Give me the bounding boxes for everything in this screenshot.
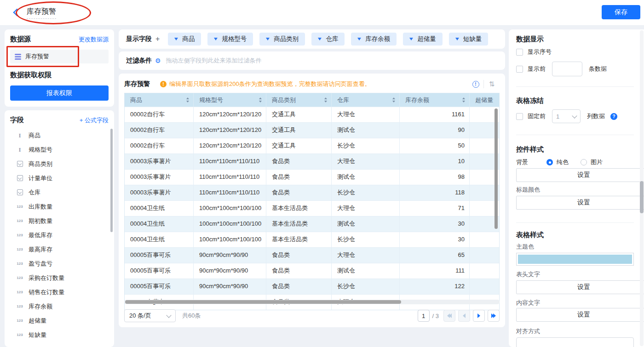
- field-item[interactable]: 123短缺量: [10, 328, 109, 342]
- preview-notice-text: 编辑界面只取数据源前200条作为查询数据预览，完整数据请访问页面查看。: [169, 80, 371, 88]
- radio-selected-icon[interactable]: [546, 159, 553, 165]
- table-cell: 90: [400, 123, 470, 138]
- content-text-set-button[interactable]: 设置: [516, 308, 644, 322]
- chevron-down-icon: [174, 38, 178, 40]
- first-page-button[interactable]: [443, 310, 455, 322]
- add-display-field-button[interactable]: +: [155, 35, 160, 43]
- table-cell: 10: [400, 154, 470, 169]
- table-sort-button[interactable]: ⇅: [484, 79, 500, 90]
- title-color-set-button[interactable]: 设置: [516, 196, 644, 210]
- last-page-button[interactable]: [488, 310, 500, 322]
- table-horizontal-scrollbar[interactable]: [125, 300, 401, 304]
- datasource-item[interactable]: 库存预警: [10, 50, 109, 63]
- header-text-set-button[interactable]: 设置: [516, 280, 644, 294]
- background-solid-option[interactable]: 纯色: [546, 158, 569, 166]
- field-item[interactable]: 123出库数量: [10, 199, 109, 214]
- field-item[interactable]: 123库存余额: [10, 299, 109, 313]
- table-cell: 00005百事可乐: [125, 248, 194, 263]
- display-field-chip[interactable]: 仓库: [311, 33, 345, 46]
- freeze-count-select[interactable]: 1: [552, 109, 581, 123]
- gear-icon[interactable]: ⚙: [155, 57, 161, 64]
- table-info-button[interactable]: !: [468, 79, 483, 90]
- number-field-icon: 123: [16, 233, 24, 237]
- table-vertical-scrollbar[interactable]: [494, 108, 498, 229]
- sort-icon[interactable]: [462, 97, 465, 102]
- table-cell: [470, 263, 499, 279]
- save-button[interactable]: 保存: [602, 5, 640, 19]
- column-header[interactable]: 超储量: [470, 93, 499, 107]
- column-header[interactable]: 库存余额: [400, 93, 470, 107]
- field-item[interactable]: 123盈亏盘亏: [10, 256, 109, 271]
- data-display-heading: 数据显示: [516, 35, 634, 44]
- field-item[interactable]: 仓库: [10, 185, 109, 199]
- show-index-checkbox[interactable]: [516, 49, 523, 56]
- sort-icon[interactable]: [324, 97, 327, 102]
- divider: [516, 86, 634, 87]
- report-permission-button[interactable]: 报表权限: [10, 85, 109, 101]
- image-option-label[interactable]: 图片: [591, 158, 603, 166]
- field-label: 最高库存: [29, 245, 52, 254]
- select-field-box: [17, 175, 23, 181]
- freeze-checkbox[interactable]: [516, 113, 523, 120]
- display-field-chip[interactable]: 短缺量: [449, 33, 489, 46]
- column-header[interactable]: 商品: [125, 93, 194, 107]
- radio-unselected-icon[interactable]: [581, 159, 587, 165]
- permission-heading: 数据获取权限: [10, 71, 109, 80]
- display-field-chip[interactable]: 超储量: [403, 33, 443, 46]
- field-item[interactable]: 123最高库存: [10, 242, 109, 256]
- add-formula-field-link[interactable]: + 公式字段: [80, 116, 109, 125]
- next-page-button[interactable]: [473, 310, 485, 322]
- show-first-checkbox[interactable]: [516, 66, 523, 73]
- align-control[interactable]: [516, 337, 634, 347]
- theme-color-swatch[interactable]: [516, 253, 634, 266]
- table-cell: 110cm*110cm*110/110: [194, 170, 266, 185]
- solid-option-label[interactable]: 纯色: [557, 158, 569, 166]
- column-header[interactable]: 仓库: [332, 93, 400, 107]
- background-row: 背景 纯色 图片: [516, 158, 634, 166]
- display-field-chip[interactable]: 规格型号: [207, 33, 253, 46]
- field-item[interactable]: I商品: [10, 128, 109, 142]
- background-image-option[interactable]: 图片: [581, 158, 603, 166]
- table-cell: 50: [400, 138, 470, 154]
- column-header[interactable]: 规格型号: [194, 93, 266, 107]
- display-field-chip[interactable]: 商品类别: [259, 33, 305, 46]
- table-cell: 110cm*110cm*110/110: [194, 154, 266, 169]
- divider: [516, 222, 634, 223]
- display-field-chip[interactable]: 库存余额: [351, 33, 397, 46]
- display-field-chip[interactable]: 商品: [168, 33, 201, 46]
- help-icon[interactable]: ?: [610, 113, 617, 120]
- field-item[interactable]: 123超储量: [10, 313, 109, 328]
- show-index-label[interactable]: 显示序号: [528, 48, 552, 56]
- table-cell: 100cm*100cm*100/100: [194, 201, 266, 216]
- chevron-down-icon: [357, 38, 361, 40]
- table-cell: 30: [400, 232, 470, 247]
- field-item[interactable]: I规格型号: [10, 142, 109, 157]
- change-datasource-link[interactable]: 更改数据源: [79, 35, 109, 44]
- field-item[interactable]: 123最低库存: [10, 228, 109, 242]
- sort-icon[interactable]: [392, 97, 395, 102]
- show-first-count-input[interactable]: [552, 62, 582, 76]
- show-first-row: 显示前 条数据: [516, 62, 634, 76]
- number-field-icon: 123: [16, 290, 24, 294]
- prev-page-button[interactable]: [458, 310, 470, 322]
- table-cell: 110cm*110cm*110/110: [194, 185, 266, 200]
- current-page-input[interactable]: 1: [418, 310, 430, 322]
- field-item[interactable]: 123期初数量: [10, 214, 109, 228]
- background-set-button[interactable]: 设置: [516, 168, 644, 182]
- field-item[interactable]: 123采购在订数量: [10, 271, 109, 285]
- fields-scrollbar[interactable]: [110, 129, 113, 232]
- back-icon[interactable]: [13, 9, 21, 17]
- panel-scrollbar[interactable]: [640, 181, 644, 213]
- filter-bar[interactable]: 过滤条件 ⚙ 拖动左侧字段到此处来添加过滤条件: [119, 51, 505, 70]
- field-item[interactable]: 商品类别: [10, 157, 109, 171]
- sort-icon[interactable]: [186, 97, 189, 102]
- column-header[interactable]: 商品类别: [266, 93, 332, 107]
- sort-icon[interactable]: [259, 97, 262, 102]
- datasource-card: 数据源 更改数据源 库存预警 数据获取权限 报表权限: [5, 29, 114, 107]
- table-title: 库存预警: [124, 80, 150, 88]
- page-size-select[interactable]: 20 条/页: [124, 309, 176, 322]
- field-item[interactable]: 123销售在订数量: [10, 285, 109, 299]
- table-cell: 100cm*100cm*100/100: [194, 216, 266, 232]
- table-cell: 大理仓: [332, 201, 400, 216]
- field-item[interactable]: 计量单位: [10, 171, 109, 185]
